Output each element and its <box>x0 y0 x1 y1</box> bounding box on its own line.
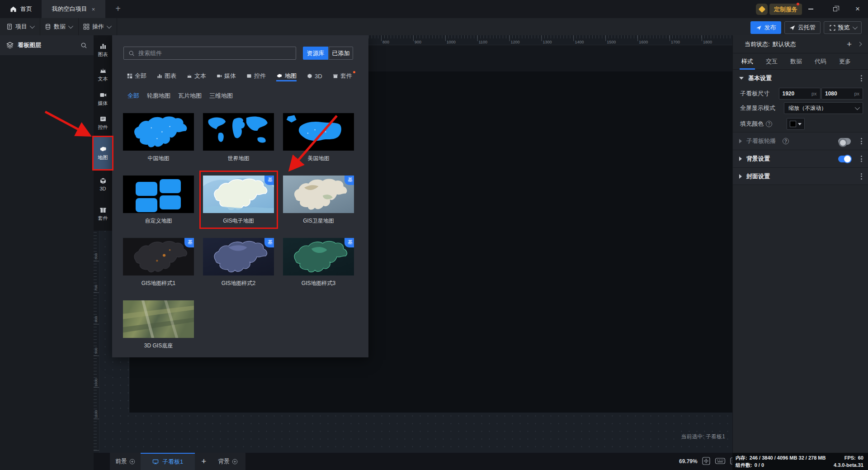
foreground-button[interactable]: 前景 <box>110 457 141 465</box>
tab-code[interactable]: 代码 <box>814 53 827 70</box>
rail-item-kit[interactable]: 套件 <box>94 203 112 225</box>
world-map-thumbnail <box>203 113 274 151</box>
selection-hint: 当前选中: 子看板1 <box>681 433 725 441</box>
map-card-china[interactable]: 中国地图 <box>123 113 194 162</box>
tab-text[interactable]: 文本 <box>187 72 206 81</box>
height-field[interactable] <box>825 90 852 97</box>
subtab-3d[interactable]: 三维地图 <box>209 92 233 100</box>
rail-item-map[interactable]: 地图 <box>94 137 112 170</box>
gis-style1-thumbnail: 基 <box>123 238 194 275</box>
add-state-button[interactable]: + <box>847 39 852 49</box>
tab-map[interactable]: 地图 <box>276 72 297 81</box>
tab-media[interactable]: 媒体 <box>217 72 236 81</box>
kebab-menu-icon[interactable] <box>861 173 862 180</box>
circle-plus-icon[interactable] <box>232 459 238 465</box>
width-input[interactable]: px <box>779 88 821 100</box>
tab-more[interactable]: 更多 <box>838 53 852 70</box>
publish-label: 发布 <box>764 24 776 32</box>
publish-button[interactable]: 发布 <box>750 21 781 34</box>
fit-screen-icon[interactable] <box>702 456 711 465</box>
map-card-gis-satellite[interactable]: 基 GIS卫星地图 <box>283 176 354 225</box>
rail-item-text[interactable]: 文本 <box>94 63 112 86</box>
rail-item-3d[interactable]: 3D <box>94 173 112 195</box>
tab-interaction[interactable]: 交互 <box>765 53 778 70</box>
carousel-toggle[interactable] <box>838 138 851 145</box>
tab-controls[interactable]: 控件 <box>246 72 266 81</box>
search-icon[interactable] <box>80 42 87 49</box>
card-label: 中国地图 <box>123 155 194 162</box>
preview-button[interactable]: 预览 <box>824 21 862 34</box>
window-close-button[interactable]: × <box>851 4 864 14</box>
rail-item-media[interactable]: 媒体 <box>94 88 112 110</box>
map-card-custom[interactable]: 自定义地图 <box>123 176 194 225</box>
zoom-level[interactable]: 69.79% <box>679 458 698 465</box>
kebab-menu-icon[interactable] <box>861 75 862 81</box>
tab-home[interactable]: 首页 <box>0 0 42 18</box>
diamond-icon[interactable] <box>756 4 768 15</box>
map-card-gis-style3[interactable]: 基 GIS地图样式3 <box>283 238 354 287</box>
expand-arr-icon <box>739 174 742 179</box>
add-board-button[interactable]: + <box>195 456 212 466</box>
rail-item-controls[interactable]: 控件 <box>94 112 112 134</box>
tab-all[interactable]: 全部 <box>127 72 146 81</box>
chevron-right-icon[interactable] <box>858 42 862 47</box>
background-button[interactable]: 背景 <box>212 457 243 465</box>
map-card-gis-style2[interactable]: 基 GIS地图样式2 <box>203 238 274 287</box>
app-window: 8009001000110012001300140015001600170018… <box>0 0 868 470</box>
fps-label: FPS: <box>844 455 856 461</box>
tab-data[interactable]: 数据 <box>789 53 803 70</box>
new-tab-button[interactable]: + <box>112 3 124 14</box>
close-tab-icon[interactable]: × <box>92 6 95 13</box>
base-badge: 基 <box>264 238 274 247</box>
width-field[interactable] <box>783 90 810 97</box>
height-input[interactable]: px <box>821 88 863 100</box>
menu-action[interactable]: 操作 <box>77 18 117 35</box>
rail-label: 控件 <box>98 124 108 131</box>
card-label: GIS卫星地图 <box>283 217 354 225</box>
cloud-hosting-button[interactable]: 云托管 <box>784 21 821 34</box>
rail-item-charts[interactable]: 图表 <box>94 39 112 62</box>
menu-data[interactable]: 数据 <box>38 18 79 35</box>
memory-value: 246 / 3840 / 4096 MB 32 / 278 MB <box>750 455 826 461</box>
background-toggle[interactable] <box>838 156 851 162</box>
tab-charts[interactable]: 图表 <box>157 72 176 81</box>
map-card-world[interactable]: 世界地图 <box>203 113 274 162</box>
fill-color-picker[interactable] <box>787 118 805 130</box>
keyboard-icon[interactable] <box>715 456 726 465</box>
display-mode-select[interactable]: 缩放（不滚动） <box>784 102 863 114</box>
subtab-outline[interactable]: 轮廓地图 <box>147 92 170 100</box>
window-restore-button[interactable] <box>828 4 842 14</box>
tab-style[interactable]: 样式 <box>741 53 754 70</box>
menu-project[interactable]: 项目 <box>0 18 40 35</box>
map-card-gis-style1[interactable]: 基 GIS地图样式1 <box>123 238 194 287</box>
subtab-all[interactable]: 全部 <box>127 92 139 100</box>
carousel-section[interactable]: 子看板轮播 ? <box>733 132 868 150</box>
subtab-tile[interactable]: 瓦片地图 <box>178 92 202 100</box>
kebab-menu-icon[interactable] <box>861 138 862 144</box>
map-card-gis-electronic[interactable]: 基 GIS电子地图 <box>203 176 274 225</box>
map-subtabs: 全部 轮廓地图 瓦片地图 三维地图 <box>127 92 233 100</box>
background-section[interactable]: 背景设置 <box>733 150 868 167</box>
map-card-usa[interactable]: 美国地图 <box>283 113 354 162</box>
map-card-3dgis[interactable]: 3D GIS底座 <box>123 300 194 350</box>
cover-section[interactable]: 封面设置 <box>733 167 868 185</box>
window-minimize-button[interactable] <box>804 4 817 14</box>
kebab-menu-icon[interactable] <box>861 156 862 162</box>
board-tab-active[interactable]: 子看板1 <box>141 453 195 470</box>
help-icon[interactable]: ? <box>766 121 772 127</box>
grid-icon <box>83 24 90 30</box>
text-icon <box>99 67 107 74</box>
gift-box-icon <box>333 73 338 79</box>
tab-project[interactable]: 我的空白项目 × <box>42 0 105 18</box>
component-search-input[interactable]: 搜索组件 <box>123 47 296 60</box>
help-icon[interactable]: ? <box>783 138 789 144</box>
map-icon <box>276 73 283 79</box>
tab-3d[interactable]: 3D <box>307 73 322 81</box>
layers-panel-title: 看板图层 <box>18 41 41 49</box>
circle-plus-icon[interactable] <box>129 459 135 465</box>
basic-settings-header[interactable]: 基本设置 <box>733 70 868 87</box>
card-label: GIS地图样式1 <box>123 280 194 287</box>
tab-kit[interactable]: 套件 <box>333 72 352 81</box>
added-button[interactable]: 已添加 <box>329 47 353 60</box>
resource-library-button[interactable]: 资源库 <box>303 47 328 60</box>
